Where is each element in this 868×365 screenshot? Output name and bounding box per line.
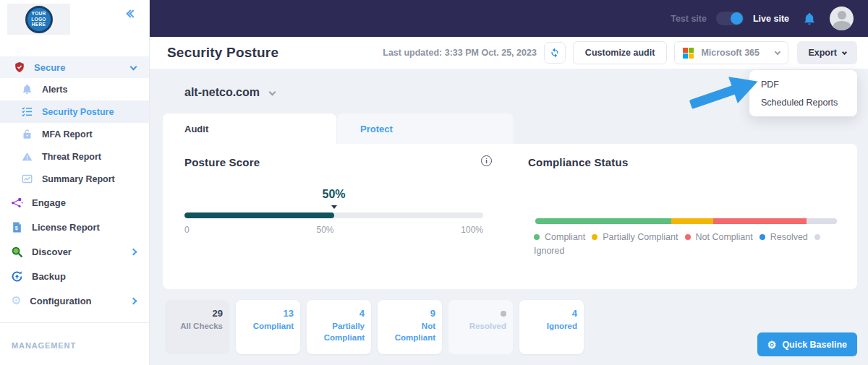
sidebar: YOUR LOGO HERE Secure Alerts Security Po… [0,0,150,365]
sidebar-item-alerts[interactable]: Alerts [0,78,149,100]
export-button-label: Export [808,48,837,58]
collapse-sidebar-icon[interactable] [127,11,136,17]
sidebar-item-license-report[interactable]: $ License Report [0,215,149,239]
chevron-down-icon [130,63,137,70]
posture-score-ticks: 0 50% 100% [184,225,483,235]
card-label: Resolved [451,320,506,332]
card-value: 9 [380,308,435,319]
platform-select-value: Microsoft 365 [701,48,760,58]
sidebar-item-summary-report[interactable]: Summary Report [0,168,149,190]
posture-score-fill [184,212,334,218]
sidebar-item-label: Security Posture [42,107,114,117]
sidebar-divider [0,322,149,323]
card-label: Partially Compliant [310,320,365,343]
refresh-icon [549,47,561,59]
segment-ignored [807,218,837,224]
compliance-status-title: Compliance Status [528,156,628,168]
notifications-bell-icon[interactable] [803,12,816,25]
tab-audit[interactable]: Audit [163,113,336,144]
chevron-down-icon [269,88,276,95]
refresh-button[interactable] [544,42,566,64]
network-icon [11,197,23,209]
card-label: Compliant [239,320,294,332]
legend-item: Not Compliant [685,232,753,242]
legend-dot [685,234,691,240]
topbar: Test site Live site [150,0,868,37]
sidebar-item-threat-report[interactable]: Threat Report [0,145,149,168]
platform-select[interactable]: Microsoft 365 [674,41,788,64]
logo-line: LOGO [31,17,46,22]
annotation-arrow [687,71,765,113]
lock-icon [22,129,33,139]
export-button[interactable]: Export [797,41,857,64]
page-title: Security Posture [167,45,278,61]
gear-icon: ⚙ [767,340,777,350]
card-ignored[interactable]: 4 Ignored [519,300,584,354]
chevron-right-icon [130,297,137,304]
invoice-icon: $ [11,221,23,233]
site-mode-toggle[interactable] [716,12,744,25]
page-header: Security Posture Last updated: 3:33 PM O… [150,37,868,69]
sidebar-item-label: Configuration [30,296,91,306]
segment-not-compliant [713,218,807,224]
sidebar-item-engage[interactable]: Engage [0,190,149,215]
info-icon[interactable]: i [481,155,492,166]
sidebar-item-label: Secure [34,62,65,73]
customize-audit-button[interactable]: Customize audit [573,41,668,64]
legend-label: Resolved [770,232,808,242]
card-partially-compliant[interactable]: 4 Partially Compliant [307,300,371,354]
card-label: All Checks [168,320,223,332]
logo-line: YOUR [32,11,46,16]
logo-circle: YOUR LOGO HERE [25,6,53,33]
sidebar-item-label: Discover [32,246,72,257]
card-compliant[interactable]: 13 Compliant [236,300,300,354]
legend-label: Partially Compliant [603,232,678,242]
sidebar-item-label: Engage [32,197,66,208]
export-menu-item-pdf[interactable]: PDF [749,75,857,93]
sidebar-item-label: Backup [32,271,66,282]
card-not-compliant[interactable]: 9 Not Compliant [378,300,442,354]
segment-partially-compliant [671,218,713,224]
sidebar-item-label: Threat Report [42,152,101,162]
sidebar-item-discover[interactable]: Discover [0,239,149,264]
card-all-checks[interactable]: 29 All Checks [165,300,229,354]
legend-dot [814,234,820,240]
magnifier-icon [11,246,23,258]
card-value: 29 [168,308,223,319]
card-resolved[interactable]: Resolved [448,300,513,354]
legend-dot [592,234,597,240]
checklist-icon [22,106,33,117]
chevron-right-icon [130,248,137,255]
legend-label: Not Compliant [696,232,753,242]
shield-icon [14,61,25,73]
compliance-status-bar [535,218,837,224]
user-avatar[interactable] [830,7,854,30]
org-name: alt-netco.com [184,86,260,99]
sidebar-item-configuration[interactable]: ⚙ Configuration [0,288,149,313]
compliance-legend: Compliant Partially Compliant Not Compli… [534,232,849,256]
microsoft-logo-icon [683,48,694,59]
quick-baseline-button[interactable]: ⚙ Quick Baseline [757,332,857,356]
card-value: 13 [239,308,294,319]
sidebar-item-secure[interactable]: Secure [0,56,149,78]
posture-score-bar [184,212,483,218]
org-selector[interactable]: alt-netco.com [184,86,275,99]
export-dropdown-menu: PDF Scheduled Reports [749,70,857,116]
tab-protect[interactable]: Protect [337,113,514,144]
sidebar-item-label: Summary Report [42,174,115,184]
posture-score-value: 50% [184,188,483,201]
sidebar-item-mfa-report[interactable]: MFA Report [0,123,149,145]
avatar-body [833,21,851,30]
export-menu-item-scheduled-reports[interactable]: Scheduled Reports [749,93,857,111]
tick-label: 0 [184,225,190,235]
toggle-knob [731,12,743,25]
test-site-label: Test site [671,14,707,24]
sidebar-item-security-posture[interactable]: Security Posture [0,100,149,123]
quick-baseline-label: Quick Baseline [782,340,847,350]
sidebar-item-backup[interactable]: Backup [0,264,149,288]
card-label: Ignored [522,320,577,332]
card-label: Not Compliant [380,320,435,343]
chevron-down-icon [775,49,780,55]
chart-icon [22,173,33,184]
legend-dot [534,234,540,240]
